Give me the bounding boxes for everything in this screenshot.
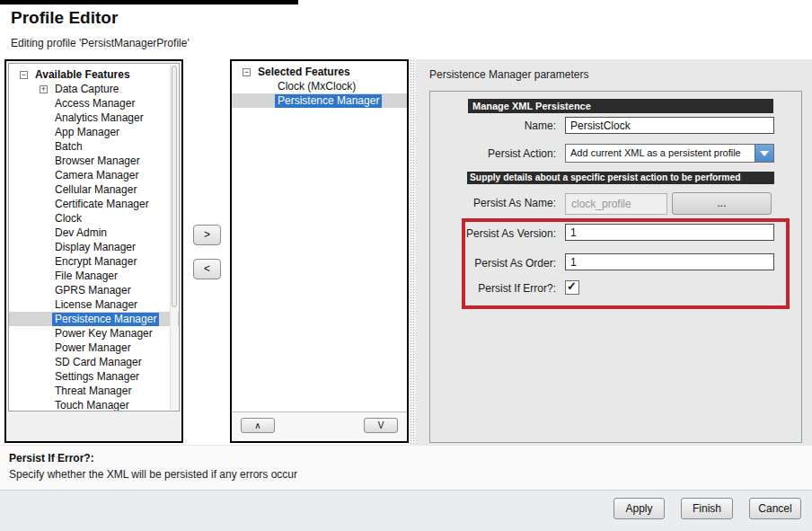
expand-icon [40,315,48,323]
tree-item-label: Camera Manager [52,169,141,182]
persist-if-error-label: Persist If Error?: [430,282,556,295]
collapse-icon[interactable]: − [20,71,28,79]
expand-icon [40,200,48,208]
tree-item-label: Access Manager [52,97,137,111]
move-down-button[interactable]: V [364,418,398,433]
expand-icon [40,128,48,137]
expand-icon [40,272,48,280]
dropdown-arrow-button[interactable] [755,145,773,162]
tree-item[interactable]: Certificate Manager [9,197,179,211]
tree-item[interactable]: File Manager [9,269,179,283]
tree-item[interactable]: Power Key Manager [9,326,179,341]
persist-as-order-input[interactable] [565,253,774,270]
tree-item-label: SD Card Manager [52,356,145,369]
tree-item[interactable]: Clock (MxClock) [232,79,407,93]
tree-item[interactable]: Settings Manager [9,369,179,384]
tree-root-label: Available Features [32,68,133,82]
tree-root-available-features[interactable]: − Available Features [9,67,179,82]
persist-as-name-label: Persist As Name: [430,197,556,209]
tree-item-label: Dev Admin [52,226,110,240]
add-feature-button[interactable]: > [193,225,221,245]
tree-item[interactable]: Persistence Manager [232,93,407,108]
tree-item[interactable]: Dev Admin [9,226,179,240]
expand-icon [40,373,48,381]
tree-item-label: Persistence Manager [52,313,159,326]
name-label: Name: [430,119,556,132]
tree-item[interactable]: License Manager [9,297,179,312]
tree-item[interactable]: Threat Manager [9,384,179,398]
expand-icon [262,83,270,91]
available-features-listbox[interactable]: − Available Features + Data Capture Acce… [8,63,180,412]
apply-button[interactable]: Apply [613,498,665,519]
tree-item-label: App Manager [52,126,122,139]
tree-item[interactable]: Camera Manager [9,168,179,182]
tree-item-label: Touch Manager [52,399,132,412]
tree-item[interactable]: Batch [9,139,179,154]
scrollbar-thumb[interactable] [172,66,177,307]
tree-item[interactable]: Power Manager [9,341,179,355]
expand-icon [40,402,48,410]
editing-profile-label: Editing profile 'PersistManagerProfile' [11,37,190,49]
scrollbar[interactable] [170,65,178,410]
tree-item-label: Encrypt Manager [52,255,139,269]
tree-item-label: Settings Manager [52,370,142,384]
tree-root-selected-features[interactable]: − Selected Features [232,65,407,79]
tree-item[interactable]: Display Manager [9,240,179,254]
tree-item[interactable]: App Manager [9,125,179,139]
persist-as-name-input: clock_profile [565,193,667,215]
persist-if-error-checkbox[interactable]: ✓ [565,280,579,295]
remove-feature-button[interactable]: < [193,259,221,279]
tree-item[interactable]: Encrypt Manager [9,254,179,269]
expand-icon [40,215,48,223]
page-title: Profile Editor [11,8,118,28]
parameters-panel: Persistence Manager parameters Manage XM… [416,59,812,445]
tree-item-label: Analytics Manager [52,111,146,125]
help-title: Persist If Error?: [9,452,94,465]
finish-button[interactable]: Finish [681,498,733,519]
expand-icon [40,172,48,180]
checkmark-icon: ✓ [567,279,577,293]
cancel-button[interactable]: Cancel [749,498,801,519]
tree-item-label: Data Capture [52,83,121,96]
persist-as-version-input[interactable] [565,224,774,241]
tree-item[interactable]: Analytics Manager [9,111,179,125]
chevron-down-icon [760,151,769,156]
parameters-groupbox: Manage XML Persistence Name: Persist Act… [429,91,802,443]
expand-icon [40,243,48,252]
expand-icon[interactable]: + [40,85,48,93]
panel-splitter[interactable] [410,59,416,445]
expand-icon [40,387,48,395]
tree-item[interactable]: GPRS Manager [9,283,179,297]
tree-item[interactable]: Clock [9,211,179,226]
expand-icon [40,229,48,237]
tree-item[interactable]: Touch Manager [9,398,179,412]
tree-item-label: Cellular Manager [52,183,139,197]
expand-icon [40,301,48,309]
available-features-panel: − Available Features + Data Capture Acce… [4,59,183,443]
tree-item-label: Batch [52,140,85,154]
persist-as-version-label: Persist As Version: [430,227,556,240]
name-input[interactable] [565,117,774,134]
available-features-tree: − Available Features + Data Capture Acce… [9,64,179,412]
tree-item-label: Clock [52,212,84,226]
move-up-button[interactable]: ∧ [241,418,275,433]
browse-button[interactable]: ... [672,192,772,215]
tree-item-label: Certificate Manager [52,198,152,211]
persist-action-value: Add current XML as a persistent profile [570,145,754,162]
tree-item-label: Threat Manager [52,385,134,398]
tree-item[interactable]: Persistence Manager [9,312,179,326]
persist-action-label: Persist Action: [430,147,556,160]
tree-item[interactable]: Browser Manager [9,154,179,168]
action-bar: Apply Finish Cancel [0,490,812,531]
selected-features-panel: − Selected Features Clock (MxClock) Pers… [230,59,409,443]
persist-action-dropdown[interactable]: Add current XML as a persistent profile [565,144,774,163]
tree-item[interactable]: Access Manager [9,96,179,111]
tree-item[interactable]: Cellular Manager [9,182,179,197]
collapse-icon[interactable]: − [243,68,251,76]
tree-item-label: Power Manager [52,341,134,355]
tree-item[interactable]: + Data Capture [9,82,179,96]
selected-features-listbox[interactable]: − Selected Features Clock (MxClock) Pers… [232,61,407,412]
expand-icon [40,143,48,151]
selected-features-tree: − Selected Features Clock (MxClock) Pers… [232,61,407,108]
tree-item[interactable]: SD Card Manager [9,355,179,369]
